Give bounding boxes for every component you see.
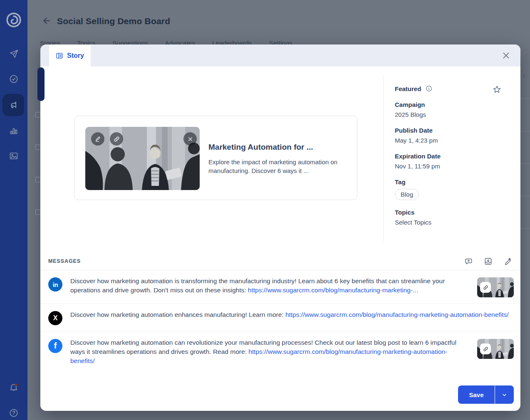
message-row-x[interactable]: X Discover how marketing automation enha…: [40, 304, 520, 332]
row-checkbox[interactable]: [35, 144, 41, 150]
publish-date-value[interactable]: May 1, 4:23 pm: [395, 137, 499, 144]
screen: ? Social Selling Demo Board Stories Topi…: [0, 0, 530, 420]
row-checkbox[interactable]: [35, 177, 41, 183]
collapse-panel-chevron-icon[interactable]: [521, 73, 528, 79]
add-message-icon[interactable]: [464, 257, 473, 266]
message-row-linkedin[interactable]: in Discover how marketing automation is …: [40, 270, 520, 304]
expiration-date-label: Expiration Date: [395, 153, 499, 160]
modal-header: Story: [40, 44, 520, 67]
topics-field: Topics Select Topics: [395, 209, 499, 226]
story-title: Marketing Automation for ...: [208, 143, 313, 152]
remove-image-button[interactable]: [183, 132, 197, 146]
panel-divider: [383, 75, 384, 241]
message-text: Discover how marketing automation is tra…: [70, 277, 469, 295]
messages-list: in Discover how marketing automation is …: [40, 270, 520, 372]
linkedin-icon: in: [48, 277, 62, 292]
bar-chart-icon[interactable]: [9, 126, 19, 136]
x-twitter-icon: X: [48, 311, 62, 325]
story-description: Explore the impact of marketing automati…: [208, 158, 346, 175]
message-link[interactable]: https://www.sugarcrm.com/blog/manufactur…: [248, 287, 418, 294]
send-icon[interactable]: [9, 49, 19, 59]
svg-text:?: ?: [12, 410, 15, 416]
close-icon[interactable]: [502, 51, 510, 60]
save-options-button[interactable]: [495, 385, 514, 404]
tag-label: Tag: [395, 178, 499, 185]
campaign-label: Campaign: [395, 101, 499, 108]
info-icon[interactable]: [425, 85, 433, 92]
app-sidebar: ?: [0, 0, 27, 420]
page-title: Social Selling Demo Board: [57, 16, 170, 26]
message-text: Discover how marketing automation enhanc…: [70, 310, 514, 319]
topics-label: Topics: [395, 209, 499, 216]
pencil-icon: [94, 136, 102, 143]
image-link-button[interactable]: [110, 132, 123, 146]
megaphone-icon[interactable]: [9, 100, 19, 110]
story-modal: Story Marketing Automation for ... Explo…: [40, 44, 520, 411]
expiration-date-value[interactable]: Nov 1, 11:59 pm: [395, 163, 499, 170]
facebook-icon: f: [48, 339, 62, 353]
tag-field: Tag Blog: [395, 178, 499, 200]
message-thumbnail[interactable]: [477, 339, 514, 359]
message-thumbnail[interactable]: [477, 277, 514, 297]
app-logo-swirl-icon[interactable]: [5, 11, 23, 29]
edit-image-button[interactable]: [91, 132, 104, 146]
tag-badge[interactable]: Blog: [395, 189, 419, 200]
save-button[interactable]: Save: [458, 385, 495, 404]
image-icon[interactable]: [9, 151, 19, 161]
row-checkbox[interactable]: [35, 209, 41, 215]
link-badge-icon: [480, 282, 491, 293]
back-arrow-icon[interactable]: [42, 16, 52, 26]
selected-story-indicator: [37, 67, 45, 101]
ai-compose-icon[interactable]: [503, 257, 512, 266]
publish-date-label: Publish Date: [395, 127, 499, 134]
story-card-icon: [56, 52, 63, 59]
featured-field: Featured: [395, 85, 499, 92]
story-card: Marketing Automation for ... Explore the…: [74, 116, 357, 200]
topics-select[interactable]: Select Topics: [395, 219, 499, 226]
message-link[interactable]: https://www.sugarcrm.com/blog/manufactur…: [285, 311, 509, 318]
campaign-value[interactable]: 2025 Blogs: [395, 111, 499, 118]
notifications-bell-icon[interactable]: [9, 382, 19, 392]
check-circle-icon[interactable]: [9, 74, 19, 84]
link-badge-icon: [480, 343, 491, 354]
story-tab-label: Story: [67, 52, 84, 59]
messages-title: MESSAGES: [48, 258, 81, 264]
link-icon: [113, 136, 120, 143]
message-body: Discover how marketing automation enhanc…: [70, 311, 285, 318]
message-row-facebook[interactable]: f Discover how marketing automation can …: [40, 332, 520, 372]
tab-story[interactable]: Story: [49, 44, 91, 67]
campaign-field: Campaign 2025 Blogs: [395, 101, 499, 118]
chevron-down-icon: [501, 391, 508, 398]
close-icon: [187, 136, 194, 143]
featured-label: Featured: [395, 85, 421, 92]
import-messages-icon[interactable]: [484, 257, 493, 266]
row-checkbox[interactable]: [35, 112, 41, 118]
help-icon[interactable]: ?: [9, 408, 19, 418]
messages-header: MESSAGES: [40, 252, 520, 270]
publish-date-field: Publish Date May 1, 4:23 pm: [395, 127, 499, 144]
expiration-date-field: Expiration Date Nov 1, 11:59 pm: [395, 153, 499, 170]
message-text: Discover how marketing automation can re…: [70, 338, 469, 366]
save-split-button: Save: [458, 385, 514, 404]
story-details-panel: Featured Campaign 2025 Blogs Publish Dat…: [395, 85, 499, 235]
